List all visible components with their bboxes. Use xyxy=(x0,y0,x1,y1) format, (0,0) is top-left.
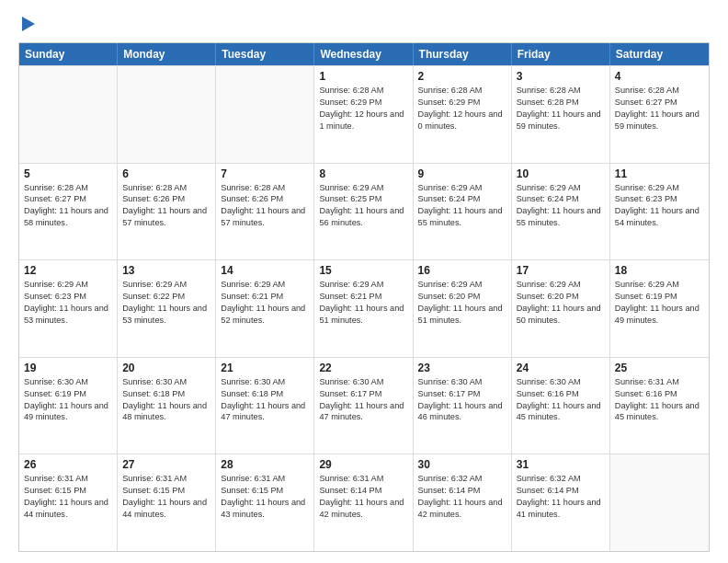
sunrise-text: Sunrise: 6:29 AM xyxy=(418,279,506,291)
sunset-text: Sunset: 6:29 PM xyxy=(319,97,407,109)
sunrise-text: Sunrise: 6:30 AM xyxy=(517,376,605,388)
day-number: 19 xyxy=(24,362,112,374)
calendar-body: 1Sunrise: 6:28 AMSunset: 6:29 PMDaylight… xyxy=(19,65,709,551)
day-number: 30 xyxy=(418,458,506,471)
day-number: 28 xyxy=(221,458,309,471)
calendar-cell: 23Sunrise: 6:30 AMSunset: 6:17 PMDayligh… xyxy=(414,358,512,454)
sunset-text: Sunset: 6:24 PM xyxy=(418,193,506,205)
daylight-text: Daylight: 11 hours and 59 minutes. xyxy=(615,109,704,132)
calendar-cell: 21Sunrise: 6:30 AMSunset: 6:18 PMDayligh… xyxy=(216,358,314,454)
sunset-text: Sunset: 6:25 PM xyxy=(319,193,407,205)
calendar-cell: 29Sunrise: 6:31 AMSunset: 6:14 PMDayligh… xyxy=(314,454,413,551)
sunset-text: Sunset: 6:15 PM xyxy=(221,485,309,497)
sunset-text: Sunset: 6:28 PM xyxy=(517,97,605,109)
day-number: 5 xyxy=(24,167,112,180)
daylight-text: Daylight: 11 hours and 57 minutes. xyxy=(221,205,309,229)
sunset-text: Sunset: 6:15 PM xyxy=(122,485,210,497)
calendar-cell: 6Sunrise: 6:28 AMSunset: 6:26 PMDaylight… xyxy=(118,164,216,260)
calendar-cell xyxy=(118,66,216,163)
sunset-text: Sunset: 6:14 PM xyxy=(319,485,407,497)
sunrise-text: Sunrise: 6:28 AM xyxy=(615,85,704,97)
sunrise-text: Sunrise: 6:31 AM xyxy=(24,473,112,485)
sunrise-text: Sunrise: 6:29 AM xyxy=(615,279,704,291)
day-number: 7 xyxy=(221,167,309,180)
day-number: 29 xyxy=(319,458,407,471)
sunrise-text: Sunrise: 6:29 AM xyxy=(24,279,112,291)
sunrise-text: Sunrise: 6:28 AM xyxy=(517,85,605,97)
sunset-text: Sunset: 6:22 PM xyxy=(122,291,210,303)
calendar-cell: 17Sunrise: 6:29 AMSunset: 6:20 PMDayligh… xyxy=(512,260,610,357)
sunset-text: Sunset: 6:23 PM xyxy=(24,291,112,303)
calendar-cell: 27Sunrise: 6:31 AMSunset: 6:15 PMDayligh… xyxy=(118,454,216,551)
sunset-text: Sunset: 6:26 PM xyxy=(122,193,210,205)
day-number: 6 xyxy=(122,167,210,180)
daylight-text: Daylight: 11 hours and 55 minutes. xyxy=(418,205,506,229)
page: SundayMondayTuesdayWednesdayThursdayFrid… xyxy=(0,0,728,563)
calendar-cell: 5Sunrise: 6:28 AMSunset: 6:27 PMDaylight… xyxy=(19,164,118,260)
logo xyxy=(18,15,37,33)
sunset-text: Sunset: 6:17 PM xyxy=(418,388,506,400)
daylight-text: Daylight: 11 hours and 42 minutes. xyxy=(319,497,407,521)
calendar-cell: 11Sunrise: 6:29 AMSunset: 6:23 PMDayligh… xyxy=(610,164,709,260)
day-number: 21 xyxy=(221,362,309,374)
day-number: 17 xyxy=(517,264,605,277)
calendar-cell: 18Sunrise: 6:29 AMSunset: 6:19 PMDayligh… xyxy=(610,260,709,357)
sunset-text: Sunset: 6:14 PM xyxy=(418,485,506,497)
calendar-header-cell: Tuesday xyxy=(216,43,314,65)
sunrise-text: Sunrise: 6:32 AM xyxy=(517,473,605,485)
calendar-cell: 20Sunrise: 6:30 AMSunset: 6:18 PMDayligh… xyxy=(118,358,216,454)
daylight-text: Daylight: 11 hours and 50 minutes. xyxy=(517,303,605,327)
daylight-text: Daylight: 12 hours and 0 minutes. xyxy=(418,109,506,132)
calendar-row: 5Sunrise: 6:28 AMSunset: 6:27 PMDaylight… xyxy=(19,163,709,260)
daylight-text: Daylight: 11 hours and 51 minutes. xyxy=(418,303,506,327)
day-number: 25 xyxy=(615,362,704,374)
day-number: 15 xyxy=(319,264,407,277)
calendar-cell: 22Sunrise: 6:30 AMSunset: 6:17 PMDayligh… xyxy=(314,358,413,454)
daylight-text: Daylight: 11 hours and 43 minutes. xyxy=(221,497,309,521)
header xyxy=(18,15,710,33)
calendar-cell xyxy=(216,66,314,163)
day-number: 11 xyxy=(615,167,704,180)
sunset-text: Sunset: 6:18 PM xyxy=(122,388,210,400)
sunrise-text: Sunrise: 6:28 AM xyxy=(122,182,210,194)
calendar-cell: 31Sunrise: 6:32 AMSunset: 6:14 PMDayligh… xyxy=(512,454,610,551)
day-number: 3 xyxy=(517,70,605,83)
calendar-cell: 10Sunrise: 6:29 AMSunset: 6:24 PMDayligh… xyxy=(512,164,610,260)
sunrise-text: Sunrise: 6:29 AM xyxy=(517,182,605,194)
daylight-text: Daylight: 11 hours and 44 minutes. xyxy=(24,497,112,521)
calendar-header-cell: Saturday xyxy=(610,43,709,65)
calendar-cell: 1Sunrise: 6:28 AMSunset: 6:29 PMDaylight… xyxy=(314,66,413,163)
calendar-cell: 30Sunrise: 6:32 AMSunset: 6:14 PMDayligh… xyxy=(414,454,512,551)
sunset-text: Sunset: 6:17 PM xyxy=(319,388,407,400)
day-number: 16 xyxy=(418,264,506,277)
calendar-cell: 14Sunrise: 6:29 AMSunset: 6:21 PMDayligh… xyxy=(216,260,314,357)
day-number: 18 xyxy=(615,264,704,277)
calendar-cell: 25Sunrise: 6:31 AMSunset: 6:16 PMDayligh… xyxy=(610,358,709,454)
daylight-text: Daylight: 11 hours and 47 minutes. xyxy=(221,400,309,424)
calendar-header-cell: Wednesday xyxy=(314,43,413,65)
calendar-cell: 15Sunrise: 6:29 AMSunset: 6:21 PMDayligh… xyxy=(314,260,413,357)
calendar-header-cell: Thursday xyxy=(414,43,512,65)
daylight-text: Daylight: 11 hours and 57 minutes. xyxy=(122,205,210,229)
sunset-text: Sunset: 6:29 PM xyxy=(418,97,506,109)
sunset-text: Sunset: 6:16 PM xyxy=(615,388,704,400)
sunset-text: Sunset: 6:21 PM xyxy=(221,291,309,303)
daylight-text: Daylight: 11 hours and 51 minutes. xyxy=(319,303,407,327)
calendar-cell xyxy=(19,66,118,163)
calendar-cell: 24Sunrise: 6:30 AMSunset: 6:16 PMDayligh… xyxy=(512,358,610,454)
day-number: 10 xyxy=(517,167,605,180)
daylight-text: Daylight: 11 hours and 53 minutes. xyxy=(24,303,112,327)
day-number: 20 xyxy=(122,362,210,374)
sunset-text: Sunset: 6:16 PM xyxy=(517,388,605,400)
sunrise-text: Sunrise: 6:32 AM xyxy=(418,473,506,485)
sunrise-text: Sunrise: 6:31 AM xyxy=(122,473,210,485)
daylight-text: Daylight: 11 hours and 46 minutes. xyxy=(418,400,506,424)
sunrise-text: Sunrise: 6:30 AM xyxy=(24,376,112,388)
sunset-text: Sunset: 6:20 PM xyxy=(517,291,605,303)
calendar-row: 1Sunrise: 6:28 AMSunset: 6:29 PMDaylight… xyxy=(19,65,709,163)
sunrise-text: Sunrise: 6:31 AM xyxy=(615,376,704,388)
day-number: 24 xyxy=(517,362,605,374)
daylight-text: Daylight: 12 hours and 1 minute. xyxy=(319,109,407,132)
day-number: 9 xyxy=(418,167,506,180)
daylight-text: Daylight: 11 hours and 41 minutes. xyxy=(517,497,605,521)
